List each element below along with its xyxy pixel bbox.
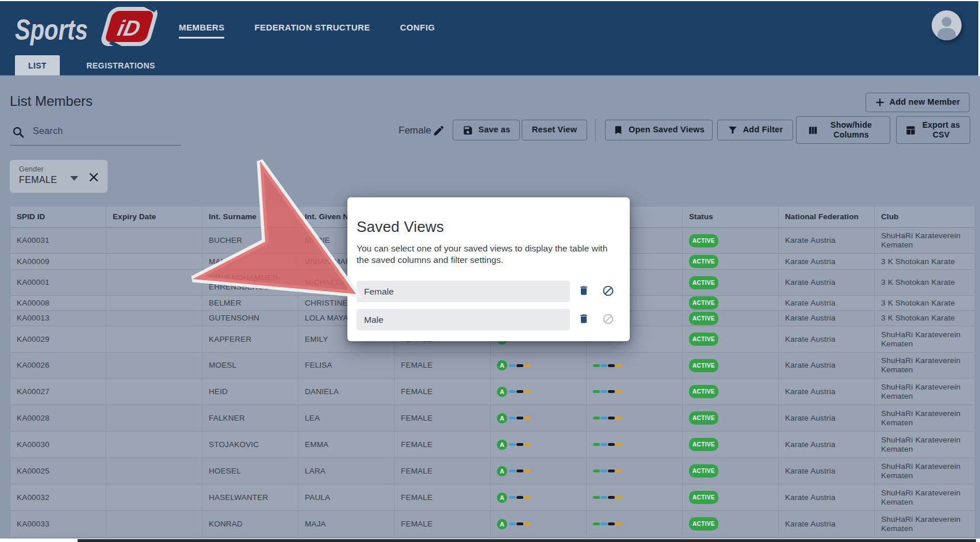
pencil-icon (432, 124, 445, 137)
open-saved-views-button[interactable]: Open Saved Views (605, 120, 713, 140)
cell-int-surname: STOJAKOVIC (202, 432, 298, 457)
status-badge: ACTIVE (689, 296, 718, 310)
nav-item-federation-structure[interactable]: FEDERATION STRUCTURE (254, 18, 370, 39)
cell-text: BELMER (209, 299, 242, 308)
cell-text: STOJAKOVIC (209, 440, 259, 449)
remove-filter-button[interactable] (88, 171, 99, 183)
column-header-club[interactable]: Club (875, 207, 975, 227)
table-row[interactable]: KA00030STOJAKOVICEMMAFEMALEAACTIVEKarate… (10, 432, 975, 458)
membership-indicator (593, 522, 623, 525)
horizontal-scrollbar-thumb[interactable] (78, 539, 976, 542)
cell-status: ACTIVE (683, 228, 779, 253)
cell-status: ACTIVE (683, 379, 779, 404)
table-row[interactable]: KA00033KONRADMAJAFEMALEAACTIVEKarate Aus… (10, 511, 975, 537)
cell-expiry-date (106, 311, 202, 326)
cell-text: 3 K Shotokan Karate (881, 278, 955, 287)
membership-dash (600, 364, 607, 367)
cell-text: ShuHaRi Karateverein Kematen (881, 462, 968, 480)
horizontal-scrollbar-track[interactable] (0, 539, 980, 542)
saved-view-item-female[interactable]: Female (357, 281, 570, 302)
cell-text: KA00027 (17, 387, 49, 396)
cell-membership (587, 432, 683, 457)
cell-club: 3 K Shotokan Karate (875, 254, 975, 269)
cell-text: KONRAD (209, 520, 243, 529)
cell-text: HOESEL (209, 467, 241, 476)
cell-qualification: A (491, 379, 587, 404)
cell-status: ACTIVE (683, 296, 779, 310)
current-view-name: Female (399, 125, 431, 136)
nav-item-config[interactable]: CONFIG (400, 18, 435, 39)
cell-status: ACTIVE (683, 353, 779, 378)
cell-text: KA00013 (17, 314, 49, 323)
qualification-indicator: A (497, 387, 531, 397)
qualification-indicator: A (497, 466, 531, 476)
cell-text: KA00033 (17, 520, 49, 529)
saved-view-item-male[interactable]: Male (357, 309, 570, 330)
cell-text: Karate Austria (785, 467, 836, 476)
column-header-int-surname[interactable]: Int. Surname (202, 207, 298, 227)
column-header-label: Club (881, 212, 898, 222)
disable-view-button[interactable] (602, 285, 616, 299)
qualification-dash (509, 443, 516, 446)
tab-list[interactable]: LIST (15, 55, 60, 75)
cell-expiry-date (106, 484, 202, 510)
edit-view-button[interactable] (432, 124, 445, 137)
qualification-dash (509, 470, 516, 472)
table-row[interactable]: KA00028FALKNERLEAFEMALEAACTIVEKarate Aus… (10, 405, 975, 432)
cell-int-given-name: MAJA (298, 511, 395, 537)
cell-text: Karate Austria (785, 440, 836, 449)
column-header-status[interactable]: Status (683, 207, 779, 227)
save-as-button[interactable]: Save as (453, 120, 520, 140)
column-header-spid-id[interactable]: SPID ID (10, 207, 106, 227)
cell-text: Karate Austria (785, 257, 836, 266)
cell-text: FEMALE (401, 467, 432, 476)
add-filter-button[interactable]: Add Filter (717, 120, 793, 140)
table-row[interactable]: KA00026MOESLFELISAFEMALEAACTIVEKarate Au… (10, 353, 975, 379)
cell-text: Karate Austria (785, 278, 836, 287)
status-badge: ACTIVE (689, 359, 718, 372)
membership-indicator (593, 364, 623, 367)
qualification-dash (516, 390, 523, 393)
chevron-down-icon[interactable] (70, 176, 78, 181)
cell-status: ACTIVE (683, 326, 779, 352)
reset-view-button[interactable]: Reset View (522, 120, 587, 140)
user-avatar[interactable] (932, 10, 962, 40)
cell-expiry-date (106, 228, 202, 253)
cell-status: ACTIVE (683, 484, 779, 510)
cell-spid-id: KA00009 (10, 254, 106, 269)
cell-text: LOLA MAYA (305, 314, 349, 323)
add-new-member-button[interactable]: Add new Member (866, 93, 970, 112)
cell-text: FEMALE (401, 387, 432, 396)
column-header-label: National Federation (785, 212, 859, 222)
disable-view-button[interactable] (602, 313, 616, 327)
cell-status: ACTIVE (683, 511, 779, 537)
status-badge: ACTIVE (689, 333, 718, 346)
table-row[interactable]: KA00025HOESELLARAFEMALEAACTIVEKarate Aus… (10, 458, 975, 484)
column-header-national-federation[interactable]: National Federation (779, 207, 875, 227)
table-row[interactable]: KA00032HASELWANTERPAULAFEMALEAACTIVEKara… (10, 484, 975, 511)
cell-text: FEMALE (401, 361, 432, 370)
nav-item-members[interactable]: MEMBERS (179, 18, 224, 39)
search-input[interactable]: Search (10, 121, 181, 146)
cell-spid-id: KA00032 (10, 484, 106, 510)
tab-registrations[interactable]: REGISTRATIONS (87, 55, 154, 75)
cell-spid-id: KA00030 (10, 432, 106, 457)
show-hide-columns-button[interactable]: Show/hide Columns (796, 116, 890, 144)
cell-text: MAUZ (209, 257, 231, 266)
delete-view-button[interactable] (578, 285, 592, 299)
cell-gender: FEMALE (395, 511, 491, 537)
column-header-expiry-date[interactable]: Expiry Date (106, 207, 202, 227)
page-title: List Members (10, 93, 93, 109)
filter-chip-value[interactable]: FEMALE (19, 175, 57, 185)
table-row[interactable]: KA00027HEIDDANIELAFEMALEAACTIVEKarate Au… (10, 379, 975, 405)
qualification-dash (509, 417, 516, 419)
qualification-dash (509, 364, 516, 367)
qualification-circle: A (497, 440, 507, 450)
qualification-dash (524, 443, 531, 446)
delete-view-button[interactable] (578, 313, 592, 327)
qualification-dash (516, 364, 523, 367)
membership-dash (600, 390, 607, 393)
cell-int-surname: GUTENSOHN (202, 311, 298, 326)
membership-dash (593, 390, 600, 393)
export-csv-button[interactable]: Export as CSV (896, 116, 970, 144)
